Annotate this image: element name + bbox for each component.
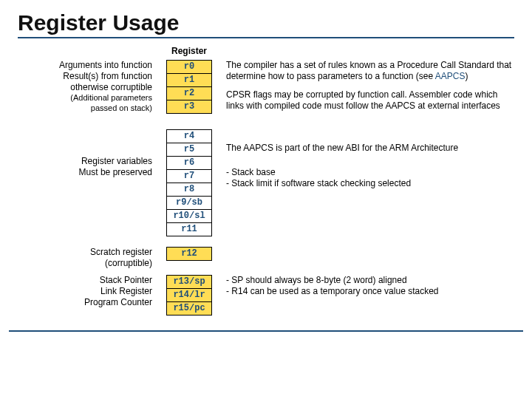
- reg-r4: r4: [167, 130, 211, 143]
- note-sp-align: - SP should always be 8-byte (2 word) al…: [226, 275, 514, 286]
- vars-line2: Must be preserved: [18, 167, 152, 178]
- reg-r13: r13/sp: [167, 276, 211, 289]
- reg-r15: r15/pc: [167, 302, 211, 315]
- vars-line1: Register variables: [18, 156, 152, 167]
- group-scratch-label: Scratch register (corruptible): [18, 247, 152, 269]
- register-column-header: Register: [160, 46, 219, 57]
- scratch-line2: (corruptible): [18, 258, 152, 269]
- special-line1: Stack Pointer: [18, 275, 152, 286]
- content-grid: Register Arguments into function Result(…: [18, 46, 514, 316]
- args-line1: Arguments into function: [18, 60, 152, 71]
- special-register-box: r13/sp r14/lr r15/pc: [166, 275, 212, 316]
- group-special-label: Stack Pointer Link Register Program Coun…: [18, 275, 152, 308]
- reg-r5: r5: [167, 143, 211, 157]
- note-stack-limit: - Stack limit if software stack checking…: [226, 178, 514, 189]
- reg-r8: r8: [167, 183, 211, 197]
- args-line2: Result(s) from function: [18, 71, 152, 82]
- note-r14-temp: - R14 can be used as a temporary once va…: [226, 286, 514, 297]
- args-line5: passed on stack): [18, 103, 152, 114]
- reg-r11: r11: [167, 223, 211, 236]
- scratch-register-box: r12: [166, 247, 212, 261]
- args-line3: otherwise corruptible: [18, 82, 152, 93]
- paragraph-2: CPSR flags may be corrupted by function …: [226, 89, 514, 112]
- paragraph-1: The compiler has a set of rules known as…: [226, 60, 514, 82]
- args-register-box: r0 r1 r2 r3: [166, 60, 212, 114]
- reg-r3: r3: [167, 100, 211, 113]
- special-line2: Link Register: [18, 286, 152, 297]
- vars-register-box: r4 r5 r6 r7 r8 r9/sb r10/sl r11: [166, 129, 212, 236]
- reg-r9: r9/sb: [167, 197, 211, 210]
- note-stack-base: - Stack base: [226, 167, 514, 178]
- paragraph-block-2: The AAPCS is part of the new ABI for the…: [226, 129, 514, 189]
- reg-r14: r14/lr: [167, 289, 211, 302]
- reg-r2: r2: [167, 87, 211, 100]
- reg-r0: r0: [167, 61, 211, 74]
- aapcs-link: AAPCS: [435, 71, 466, 81]
- paragraph-block-3: - SP should always be 8-byte (2 word) al…: [226, 275, 514, 297]
- page-title: Register Usage: [18, 10, 514, 35]
- args-line4: (Additional parameters: [18, 93, 152, 103]
- reg-r10: r10/sl: [167, 210, 211, 223]
- group-args-label: Arguments into function Result(s) from f…: [18, 60, 152, 114]
- footer-rule: [9, 330, 523, 332]
- title-rule: [18, 37, 514, 38]
- reg-r7: r7: [167, 170, 211, 183]
- paragraph-3: The AAPCS is part of the new ABI for the…: [226, 143, 514, 154]
- paragraph-block-1: The compiler has a set of rules known as…: [226, 60, 514, 119]
- reg-r12: r12: [167, 248, 211, 260]
- reg-r1: r1: [167, 74, 211, 87]
- scratch-line1: Scratch register: [18, 247, 152, 258]
- special-line3: Program Counter: [18, 297, 152, 308]
- reg-r6: r6: [167, 157, 211, 170]
- group-vars-label: Register variables Must be preserved: [18, 129, 152, 178]
